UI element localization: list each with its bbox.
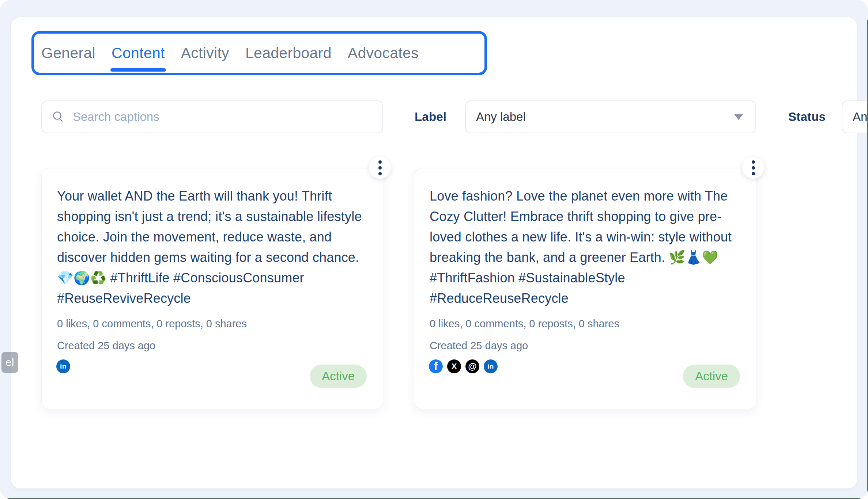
active-tab-underline (110, 68, 166, 72)
search-icon (52, 110, 65, 123)
tab-general[interactable]: General (41, 34, 95, 73)
search-captions-box (41, 100, 383, 133)
main-panel: General Content Activity Leaderboard Adv… (11, 17, 857, 488)
search-input[interactable] (73, 101, 382, 133)
tab-leaderboard[interactable]: Leaderboard (245, 34, 332, 73)
facebook-icon: f (429, 359, 443, 373)
tab-content-label: Content (112, 45, 165, 62)
tab-activity-label: Activity (181, 45, 229, 62)
threads-icon: @ (465, 359, 479, 373)
status-filter-select[interactable]: Any (842, 100, 868, 133)
tab-activity[interactable]: Activity (181, 34, 229, 73)
card-2-menu-button[interactable] (742, 157, 764, 179)
linkedin-icon: in (484, 359, 498, 373)
post-stats: 0 likes, 0 comments, 0 reposts, 0 shares (430, 318, 756, 330)
post-stats: 0 likes, 0 comments, 0 reposts, 0 shares (57, 318, 383, 330)
post-caption: Your wallet AND the Earth will thank you… (57, 186, 368, 309)
status-filter-label: Status (788, 100, 826, 133)
tab-advocates-label: Advocates (348, 45, 419, 62)
card-1-menu-button[interactable] (369, 157, 391, 179)
status-badge: Active (683, 365, 740, 388)
label-filter-select[interactable]: Any label (465, 100, 756, 133)
tab-advocates[interactable]: Advocates (348, 34, 419, 73)
post-caption: Love fashion? Love the planet even more … (430, 186, 741, 309)
label-filter-label: Label (415, 100, 446, 133)
label-filter-value: Any label (476, 110, 526, 124)
post-created: Created 25 days ago (430, 340, 756, 352)
kebab-icon (378, 160, 382, 175)
post-card-2: Love fashion? Love the planet even more … (414, 168, 756, 409)
tab-leaderboard-label: Leaderboard (245, 45, 332, 62)
tabs-bar: General Content Activity Leaderboard Adv… (31, 31, 487, 75)
status-filter-value: Any (853, 110, 868, 124)
chevron-down-icon (734, 114, 743, 120)
post-created: Created 25 days ago (57, 340, 383, 352)
tab-general-label: General (41, 45, 95, 62)
status-badge: Active (310, 365, 367, 388)
screen: General Content Activity Leaderboard Adv… (0, 0, 868, 499)
linkedin-icon: in (56, 359, 70, 373)
tab-content[interactable]: Content (112, 34, 165, 73)
post-card-1: Your wallet AND the Earth will thank you… (41, 168, 383, 409)
x-icon: X (447, 359, 461, 373)
clipped-tooltip: el (1, 352, 18, 373)
kebab-icon (752, 160, 755, 175)
